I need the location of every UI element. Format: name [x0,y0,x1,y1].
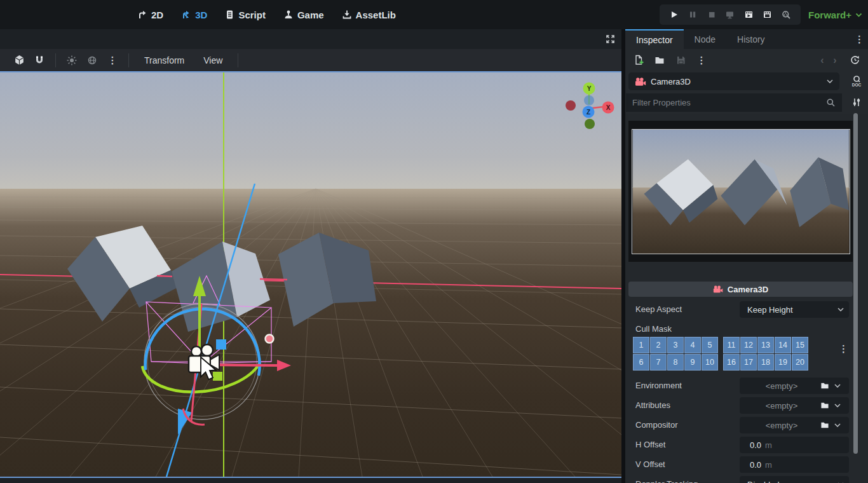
doppler-tracking-value: Disabled [745,480,837,483]
environment-empty-value[interactable]: <empty> [745,381,818,391]
inspector-scrollbar[interactable] [853,113,858,454]
cull-flag[interactable]: 2 [650,337,667,353]
cull-mask-group-1: 1 2 3 4 5 6 7 8 9 10 [633,337,718,371]
cull-flag[interactable]: 18 [757,354,774,371]
godot-editor-window: 2D 3D Script Game AssetLib [0,0,868,483]
tab-3d[interactable]: 3D [181,10,207,20]
transform-menu[interactable]: Transform [144,55,184,65]
chevron-down-icon [827,79,833,83]
cull-flag[interactable]: 19 [775,354,791,371]
h-offset-spinbox[interactable]: 0.0 m [740,437,849,453]
cull-flag[interactable]: 10 [702,354,718,371]
folder-icon [820,382,829,390]
cull-flag[interactable]: 14 [775,337,791,353]
play-scene-button[interactable] [742,8,756,22]
cull-flag[interactable]: 17 [740,354,757,371]
tab-node[interactable]: Node [684,29,726,49]
plane-xy-handle[interactable] [216,339,226,350]
property-label: V Offset [635,459,665,469]
cull-flag[interactable]: 13 [757,337,774,353]
plane-xz-handle[interactable] [213,372,222,381]
view-menu[interactable]: View [203,55,222,65]
renderer-selector[interactable]: Forward+ [808,0,862,29]
resource-menu-button[interactable]: ⋮ [695,53,709,67]
toolbar-separator [238,53,238,67]
property-tools-button[interactable] [849,95,864,110]
h-offset-unit: m [765,440,772,450]
cull-flag[interactable]: 8 [667,354,684,371]
cull-flag[interactable]: 6 [633,354,649,371]
cull-flag[interactable]: 20 [792,354,808,371]
environment-load-button[interactable] [818,379,831,392]
pause-button[interactable] [686,8,700,22]
doppler-tracking-dropdown[interactable]: Disabled [740,476,849,483]
cull-flag[interactable]: 12 [740,337,757,353]
attributes-empty-value[interactable]: <empty> [745,401,818,411]
history-back-button[interactable]: ‹ [816,55,829,66]
play-button[interactable] [667,8,681,22]
save-resource-button[interactable] [674,53,688,67]
save-icon [676,55,686,65]
new-resource-button[interactable] [632,53,646,67]
play-custom-scene-button[interactable] [761,8,775,22]
sun-settings-button[interactable] [64,53,79,68]
tab-game[interactable]: Game [283,10,324,20]
cull-flag[interactable]: 5 [702,337,718,353]
compositor-load-button[interactable] [818,419,831,432]
edited-object-dropdown[interactable]: Camera3D [628,72,839,90]
expand-viewport-button[interactable] [605,34,616,45]
tab-2d[interactable]: 2D [137,10,163,20]
chevron-down-icon [834,404,841,407]
compositor-empty-value[interactable]: <empty> [745,421,818,430]
environment-settings-button[interactable] [85,53,100,68]
v-offset-spinbox[interactable]: 0.0 m [740,456,849,473]
open-docs-button[interactable]: DOC [849,74,864,89]
attributes-load-button[interactable] [818,399,831,412]
cull-flag[interactable]: 4 [684,337,701,353]
remote-debug-button[interactable] [723,8,737,22]
snap-toggle-button[interactable] [32,53,47,68]
filter-properties-field[interactable] [626,93,842,112]
camera-size-handle[interactable] [266,335,274,343]
bottom-strip [0,478,623,483]
cull-flag[interactable]: 1 [633,337,649,353]
script-icon [225,10,234,20]
environment-options-button[interactable] [831,379,844,392]
sun-environment-menu-button[interactable]: ⋮ [105,53,120,68]
cull-mask-menu-button[interactable]: ⋮ [839,343,848,355]
cull-flag[interactable]: 11 [723,337,740,353]
new-file-icon [634,55,644,65]
category-camera3d[interactable]: Camera3D [628,282,853,297]
axis-neg-y-ball[interactable] [585,119,595,129]
cull-flag[interactable]: 7 [650,354,667,371]
select-mode-button[interactable] [11,53,27,68]
axis-neg-x-ball[interactable] [566,100,576,111]
movie-maker-button[interactable] [779,8,793,22]
tab-inspector[interactable]: Inspector [625,29,684,49]
filter-properties-input[interactable] [632,98,826,107]
keep-aspect-dropdown[interactable]: Keep Height [740,301,849,318]
axis-neg-z-ball[interactable] [584,95,594,105]
cull-flag[interactable]: 15 [792,337,808,353]
dock-menu-icon[interactable]: ⋮ [855,34,864,44]
viewport-3d[interactable]: Y X Z [0,71,621,478]
property-row-compositor: Compositor <empty> [625,416,868,435]
object-history-button[interactable] [848,53,862,67]
attributes-options-button[interactable] [831,399,844,412]
load-resource-button[interactable] [653,53,667,67]
tab-script[interactable]: Script [225,10,266,20]
cull-flag[interactable]: 9 [684,354,701,371]
v-offset-value: 0.0 [745,460,761,470]
cull-flag[interactable]: 3 [667,337,684,353]
viewport-scene: Y X Z [0,72,621,477]
inspector-properties[interactable]: Camera3D Keep Aspect Keep Height Cull Ma… [625,114,868,483]
stop-button[interactable] [705,8,719,22]
tab-history[interactable]: History [726,29,776,49]
compositor-options-button[interactable] [831,419,844,432]
tab-assetlib[interactable]: AssetLib [342,10,396,20]
cull-flag[interactable]: 16 [723,354,740,371]
folder-icon [820,421,829,429]
inspector-dock: Inspector Node History ⋮ ⋮ ‹ › [625,29,868,483]
history-forward-button[interactable]: › [829,55,841,66]
axis-x-label: X [606,104,611,111]
